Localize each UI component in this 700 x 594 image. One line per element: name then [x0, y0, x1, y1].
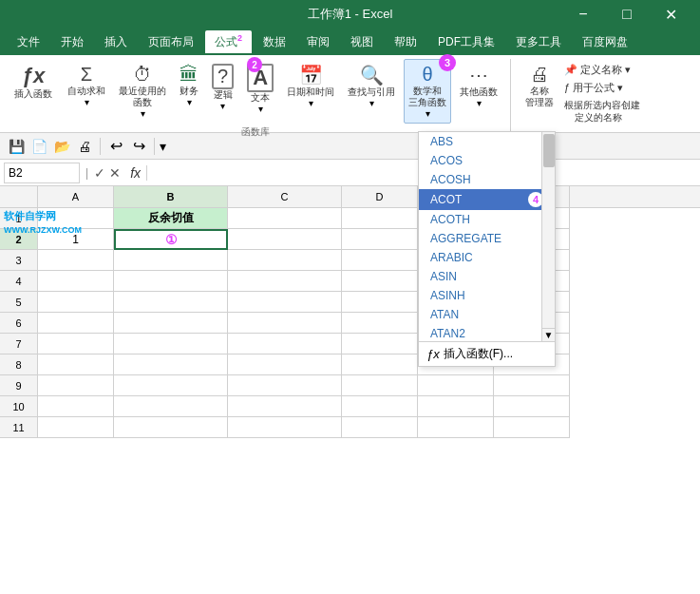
row-header-6[interactable]: 6 — [0, 313, 38, 334]
datetime-label: 日期和时间 — [287, 86, 334, 98]
dropdown-scrollbar[interactable] — [541, 132, 555, 341]
col-header-c[interactable]: C — [228, 186, 342, 207]
menu-item-formula[interactable]: 公式2 — [205, 30, 252, 53]
col-header-d[interactable]: D — [342, 186, 418, 207]
insert-function-footer[interactable]: ƒx 插入函数(F)... — [419, 341, 555, 366]
dropdown-item-acos[interactable]: ACOS — [419, 151, 555, 170]
col-header-b[interactable]: B — [114, 186, 228, 207]
other-functions-button[interactable]: ⋯ 其他函数 ▾ — [455, 59, 502, 113]
scrollbar-thumb[interactable] — [543, 134, 555, 167]
dropdown-item-aggregate[interactable]: AGGREGATE — [419, 229, 555, 248]
checkmark-icon[interactable]: ✓ — [94, 165, 105, 181]
row-header-7[interactable]: 7 — [0, 334, 38, 354]
row-header-11[interactable]: 11 — [0, 417, 38, 438]
name-manager-button[interactable]: 🖨 名称管理器 — [519, 59, 560, 113]
dropdown-item-atan[interactable]: ATAN — [419, 305, 555, 324]
ribbon: ƒx 插入函数 Σ 自动求和 ▾ ⏱ 最近使用的函数 ▾ 🏛 — [0, 55, 700, 133]
cell-reference-box[interactable]: B2 — [4, 163, 80, 183]
cell-b1[interactable]: 反余切值 — [114, 208, 228, 229]
menu-item-file[interactable]: 文件 — [8, 30, 49, 54]
maximize-button[interactable]: □ — [605, 0, 649, 29]
cell-c2[interactable] — [228, 229, 342, 250]
lookup-icon: 🔍 — [360, 64, 384, 86]
row-header-10[interactable]: 10 — [0, 396, 38, 417]
create-from-selection-button[interactable]: 根据所选内容创建 定义的名称 — [564, 99, 640, 124]
logic-icon: ? — [212, 64, 234, 89]
lookup-button[interactable]: 🔍 查找与引用 ▾ — [343, 59, 400, 113]
fx-icon: ƒx — [22, 64, 45, 88]
menu-item-more[interactable]: 更多工具 — [506, 30, 571, 54]
dropdown-item-acot[interactable]: ACOT 4 — [419, 189, 555, 210]
row-header-5[interactable]: 5 — [0, 292, 38, 313]
define-name-button[interactable]: 📌 定义名称 ▾ — [564, 63, 640, 77]
watermark-line1: 软件自学网 — [4, 208, 82, 224]
table-row — [38, 334, 700, 354]
minimize-button[interactable]: − — [561, 0, 605, 29]
dropdown-item-abs[interactable]: ABS — [419, 132, 555, 151]
cell-b3[interactable] — [114, 250, 228, 271]
title-bar-text: 工作簿1 - Excel — [308, 6, 393, 23]
table-row — [38, 396, 700, 417]
dropdown-item-acoth[interactable]: ACOTH — [419, 210, 555, 229]
customize-toolbar-button[interactable]: ▾ — [160, 139, 166, 154]
finance-button[interactable]: 🏛 财务 ▾ — [175, 59, 203, 112]
text-label: 文本 — [251, 92, 270, 104]
math-trig-button[interactable]: θ 数学和三角函数 ▾ 3 — [404, 59, 451, 124]
function-dropdown: ABS ACOS ACOSH ACOT 4 ACOTH AGGREGATE AR… — [418, 131, 556, 367]
dropdown-item-acosh[interactable]: ACOSH — [419, 170, 555, 189]
cell-c3[interactable] — [228, 250, 342, 271]
table-row — [38, 354, 700, 375]
menu-item-review[interactable]: 审阅 — [297, 30, 339, 54]
row-header-3[interactable]: 3 — [0, 250, 38, 271]
cell-b2-selected[interactable]: ① — [114, 229, 228, 250]
table-row — [38, 250, 700, 271]
dropdown-item-asin[interactable]: ASIN — [419, 267, 555, 286]
row-header-9[interactable]: 9 — [0, 375, 38, 396]
menu-item-baidu[interactable]: 百度网盘 — [573, 30, 637, 54]
table-row — [38, 375, 700, 396]
menu-item-insert[interactable]: 插入 — [95, 30, 137, 54]
insert-function-button[interactable]: ƒx 插入函数 — [8, 59, 59, 105]
fx-footer-icon: ƒx — [426, 347, 440, 361]
dropdown-item-atan2[interactable]: ATAN2 — [419, 324, 555, 341]
auto-sum-button[interactable]: Σ 自动求和 ▾ — [63, 59, 110, 112]
menu-item-view[interactable]: 视图 — [341, 30, 383, 54]
cell-a3[interactable] — [38, 250, 114, 271]
cell-d3[interactable] — [342, 250, 418, 271]
cancel-icon[interactable]: ✕ — [109, 165, 121, 181]
row-headers: 1 2 3 4 5 6 7 8 9 10 11 — [0, 208, 38, 594]
auto-sum-label: 自动求和 — [67, 86, 105, 97]
dots-icon: ⋯ — [469, 64, 488, 86]
menu-item-help[interactable]: 帮助 — [385, 30, 426, 54]
datetime-button[interactable]: 📅 日期和时间 ▾ — [282, 59, 339, 113]
formula-bar: B2 | ✓ ✕ fx — [0, 160, 700, 186]
close-button[interactable]: ✕ — [649, 0, 692, 29]
finance-label: 财务 — [180, 86, 199, 97]
sigma-icon: Σ — [81, 64, 92, 86]
table-row — [38, 417, 700, 438]
finance-icon: 🏛 — [180, 64, 199, 86]
use-in-formula-button[interactable]: ƒ 用于公式 ▾ — [564, 81, 640, 95]
column-headers: A B C D E F — [0, 186, 700, 208]
scrollbar-down-arrow[interactable]: ▼ — [541, 328, 555, 341]
menu-item-layout[interactable]: 页面布局 — [139, 30, 203, 54]
cell-d2[interactable] — [342, 229, 418, 250]
menu-bar: 文件 开始 插入 页面布局 公式2 数据 审阅 视图 帮助 PDF工具集 更多工… — [0, 29, 700, 55]
col-header-a[interactable]: A — [38, 186, 114, 207]
dropdown-item-arabic[interactable]: ARABIC — [419, 248, 555, 267]
cell-c1[interactable] — [228, 208, 342, 229]
row-header-4[interactable]: 4 — [0, 271, 38, 292]
menu-item-home[interactable]: 开始 — [51, 30, 93, 54]
dropdown-item-asinh[interactable]: ASINH — [419, 286, 555, 305]
menu-item-pdf[interactable]: PDF工具集 — [428, 30, 504, 54]
row-header-8[interactable]: 8 — [0, 354, 38, 375]
math-trig-label: 数学和三角函数 — [408, 86, 446, 108]
logic-button[interactable]: ? 逻辑 ▾ — [207, 59, 238, 116]
lookup-label: 查找与引用 — [348, 86, 395, 98]
recent-functions-button[interactable]: ⏱ 最近使用的函数 ▾ — [114, 59, 171, 124]
menu-item-data[interactable]: 数据 — [254, 30, 295, 54]
recent-label: 最近使用的函数 — [119, 86, 166, 108]
clock-star-icon: ⏱ — [133, 64, 152, 86]
grid: 反余切值 1 ① — [38, 208, 700, 594]
cell-d1[interactable] — [342, 208, 418, 229]
